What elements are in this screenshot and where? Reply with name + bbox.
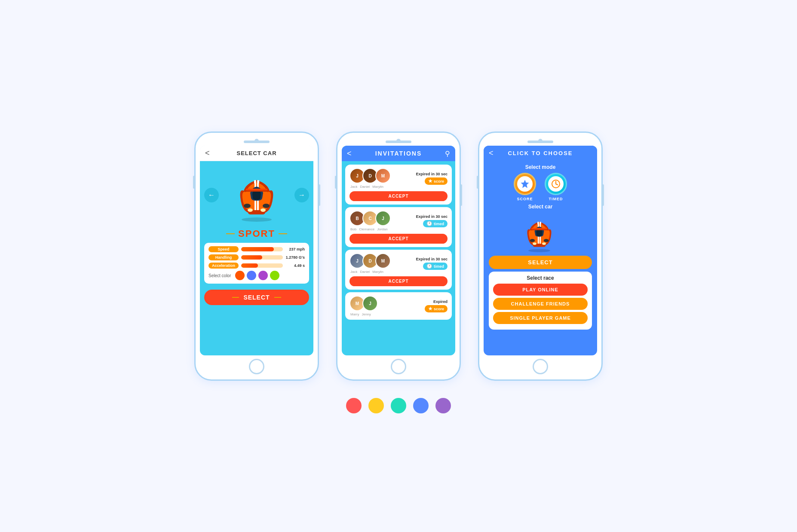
stat-bar	[241, 255, 262, 260]
vol-button-1	[193, 176, 195, 189]
svg-point-11	[263, 204, 270, 208]
svg-point-16	[528, 249, 550, 252]
accept-button[interactable]: ACCEPT	[349, 234, 448, 244]
invite-card: JDMJackDanielMarylinExpired in 30 sec★sc…	[345, 165, 452, 205]
color-option[interactable]	[235, 271, 245, 280]
camera-3	[538, 139, 543, 143]
home-button-2[interactable]	[391, 359, 406, 374]
back-button-1[interactable]: <	[205, 149, 210, 158]
stat-row: Acceleration 4.49 s	[208, 263, 305, 269]
next-car-button[interactable]: →	[294, 188, 309, 202]
race-label: Select race	[493, 275, 588, 281]
stat-bar-container	[241, 263, 283, 268]
invite-card: BCJBobClemanceJordanExpired in 30 sec🕐ti…	[345, 207, 452, 247]
expired-text: Expired in 30 sec	[416, 172, 448, 176]
camera-2	[396, 139, 401, 143]
stat-value: 1.2780 G's	[285, 255, 305, 260]
car-name-line-right	[279, 233, 287, 234]
stats-panel: Speed 237 mph Handling 1.2780 G's Accele…	[204, 243, 309, 284]
svg-point-0	[242, 217, 272, 222]
play-online-button[interactable]: PLAY ONLINE	[493, 284, 588, 296]
bottom-color-dot[interactable]	[346, 398, 362, 413]
mode-badge: ★score	[425, 177, 448, 185]
screen3-title: CLICK TO CHOOSE	[508, 150, 573, 156]
stats-list: Speed 237 mph Handling 1.2780 G's Accele…	[208, 246, 305, 269]
select-car-label: Select car	[528, 204, 553, 210]
avatar: J	[375, 211, 391, 226]
bottom-color-dot[interactable]	[391, 398, 406, 413]
invite-card: MJMarryJennyExpired★score	[345, 292, 452, 320]
player-name: Daniel	[360, 185, 370, 189]
score-mode-label: SCORE	[517, 197, 533, 201]
screen3-body: Select mode SCORE	[484, 161, 597, 355]
color-option[interactable]	[258, 271, 268, 280]
svg-rect-9	[246, 189, 267, 190]
back-button-2[interactable]: <	[347, 149, 352, 158]
color-option[interactable]	[270, 271, 279, 280]
accept-button[interactable]: ACCEPT	[349, 191, 448, 201]
search-icon[interactable]: ⚲	[445, 150, 450, 158]
clock-badge-icon: 🕐	[426, 263, 432, 269]
prev-car-button[interactable]: ←	[204, 188, 219, 202]
svg-line-15	[556, 184, 558, 185]
phone-2: < INVITATIONS ⚲ JDMJackDanielMarylinExpi…	[336, 131, 461, 381]
stat-value: 4.49 s	[285, 263, 305, 268]
star-badge-icon: ★	[428, 306, 432, 312]
svg-point-23	[542, 242, 546, 245]
star-icon	[517, 176, 533, 192]
bottom-color-dot[interactable]	[413, 398, 429, 413]
color-option[interactable]	[247, 271, 256, 280]
mode-timed[interactable]: TIMED	[545, 173, 567, 201]
back-button-3[interactable]: <	[489, 149, 494, 158]
player-name: Marylin	[372, 270, 383, 274]
mode-score[interactable]: SCORE	[514, 173, 536, 201]
single-player-button[interactable]: SINGLE PLAYER GAME	[493, 312, 588, 324]
timed-mode-label: TIMED	[549, 197, 563, 201]
select3-button[interactable]: SELECT	[489, 256, 592, 269]
score-mode-circle[interactable]	[514, 173, 536, 195]
car-image	[233, 167, 280, 223]
star-badge-icon: ★	[428, 178, 432, 184]
svg-point-7	[261, 208, 266, 212]
screen-2: < INVITATIONS ⚲ JDMJackDanielMarylinExpi…	[342, 146, 455, 355]
screen1-header: < SELECT CAR	[200, 146, 313, 161]
bottom-color-dot[interactable]	[368, 398, 384, 413]
expired-text: Expired in 30 sec	[416, 214, 448, 219]
phone-3: < CLICK TO CHOOSE Select mode	[478, 131, 603, 381]
svg-point-22	[533, 242, 536, 245]
home-button-3[interactable]	[533, 359, 548, 374]
screen1-title: SELECT CAR	[236, 150, 276, 156]
car-name-line-left	[226, 233, 235, 234]
stat-bar-container	[241, 255, 283, 260]
phones-container: < SELECT CAR ←	[177, 106, 620, 394]
player-name: Jack	[350, 185, 357, 189]
accept-button[interactable]: ACCEPT	[349, 276, 448, 286]
challenge-friends-button[interactable]: CHALLENGE FRIENDS	[493, 298, 588, 310]
invite-card: JDMJackDanielMarylinExpired in 30 sec🕐ti…	[345, 250, 452, 290]
stat-label: Acceleration	[208, 263, 239, 269]
svg-point-10	[244, 204, 251, 208]
car3-image	[523, 212, 558, 253]
phone-1: < SELECT CAR ←	[194, 131, 319, 381]
bottom-color-dot[interactable]	[435, 398, 451, 413]
stat-label: Handling	[208, 254, 239, 260]
svg-rect-25	[531, 228, 547, 229]
svg-point-27	[544, 239, 549, 242]
home-button-1[interactable]	[249, 359, 264, 374]
avatar: M	[375, 253, 391, 269]
color-label: Select color	[208, 273, 231, 278]
player-name: Marry	[350, 312, 359, 316]
stat-label: Speed	[208, 246, 239, 252]
invitations-list: JDMJackDanielMarylinExpired in 30 sec★sc…	[342, 161, 455, 355]
avatar: M	[375, 168, 391, 183]
timed-mode-circle[interactable]	[545, 173, 567, 195]
expired-text: Expired in 30 sec	[416, 257, 448, 261]
player-name: Daniel	[360, 270, 370, 274]
color-row: Select color	[208, 271, 305, 280]
vol-button-3	[477, 176, 478, 189]
player-name: Bob	[350, 227, 356, 231]
stat-row: Handling 1.2780 G's	[208, 254, 305, 260]
expired-text: Expired	[433, 300, 448, 304]
select-car-button[interactable]: SELECT	[204, 290, 309, 305]
race-panel: Select race PLAY ONLINE CHALLENGE FRIEND…	[489, 272, 592, 330]
